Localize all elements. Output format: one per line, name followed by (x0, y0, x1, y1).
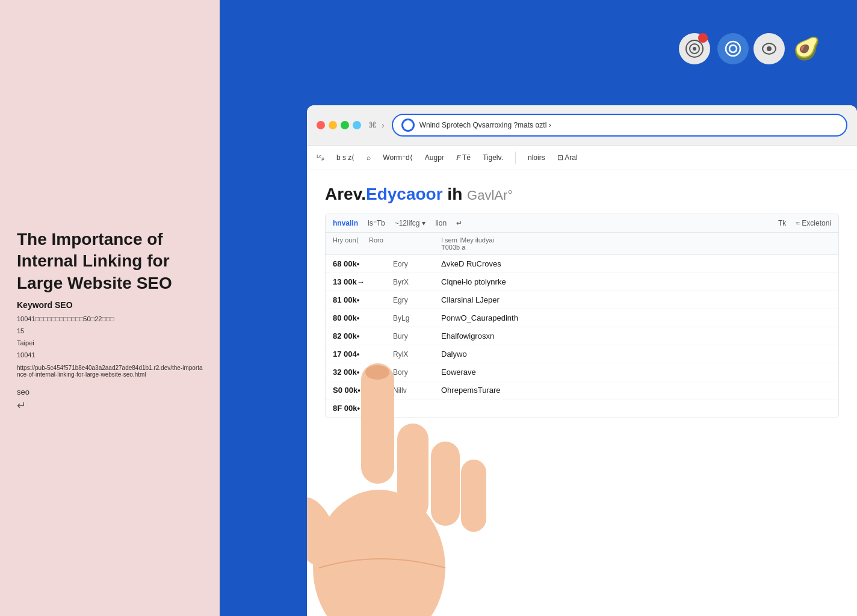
address-text: Wnind Sprotech Qvsarroxing ?mats αztl › (419, 121, 551, 129)
svg-rect-10 (397, 424, 428, 520)
browser-secure-icon (401, 119, 415, 132)
return-icon: ↵ (17, 399, 203, 412)
nav-back-icon[interactable]: ⌘ (368, 120, 377, 130)
browser-window: ⌘ › Wnind Sprotech Qvsarroxing ?mats αzt… (307, 105, 857, 616)
main-area: 🥑 ⌘ › Wnind Sprotech Qvsarroxing ?mats α… (220, 0, 857, 616)
dropdown-arrow: ▾ (422, 219, 425, 227)
top-icons-bar: 🥑 (679, 33, 821, 64)
row-vol: 68 00k• (333, 259, 393, 268)
row-diff: Bory (393, 368, 441, 377)
col-header-6[interactable]: Tk (778, 219, 786, 227)
row-keyword: Eowerave (441, 368, 831, 377)
sidebar-url: https://pub-5c454f571b8e40a3a2aad27ade84… (17, 365, 203, 378)
row-diff: RylX (393, 350, 441, 359)
table-row: 8F 00k• (326, 399, 838, 417)
svg-point-2 (693, 47, 696, 51)
row-diff: ByrX (393, 278, 441, 286)
col-header-4[interactable]: lion (435, 219, 447, 227)
col-header-1[interactable]: hnvalin (333, 219, 358, 227)
meta-line-1: 10041□□□□□□□□□□□□50□22□□□ (17, 313, 203, 325)
row-vol: 13 00k→ (333, 277, 393, 286)
table-row: 68 00k• Eory ΔvkeD RuCroves (326, 255, 838, 273)
domain-suffix: ih (447, 185, 462, 203)
svg-rect-11 (431, 442, 460, 526)
toolbar-item-fte[interactable]: 𝐹 Tē (456, 153, 471, 162)
browser-chrome: ⌘ › Wnind Sprotech Qvsarroxing ?mats αzt… (307, 105, 857, 146)
table-subheader: Hry oun⟨ Roro I sem IMey iludyai T003b a (326, 233, 838, 255)
data-table: hnvalin ls⁻Tb ~12lifcg ▾ lion ↵ Tk ≈ Exc… (325, 214, 839, 417)
row-diff: Bury (393, 332, 441, 340)
browser-icon-2 (717, 33, 749, 64)
minimize-button[interactable] (329, 121, 337, 129)
sidebar-tag: seo (17, 387, 203, 396)
row-vol: 82 00k• (333, 331, 393, 340)
nav-forward-icon[interactable]: › (382, 120, 385, 130)
table-row: 17 004• RylX Dalywo (326, 345, 838, 363)
svg-point-7 (307, 491, 345, 573)
domain-main: Edycaoor (366, 185, 443, 203)
row-vol: 81 00k• (333, 295, 393, 304)
row-vol: 32 00k• (333, 368, 393, 377)
toolbar-item-augpr[interactable]: Augpr (425, 153, 444, 162)
browser-content: Arev.Edycaoor ih GavlAr° hnvalin ls⁻Tb ~… (307, 170, 857, 432)
browser-icon-3 (753, 33, 785, 64)
col-header-7[interactable]: ≈ Excietoni (796, 219, 831, 227)
row-keyword: Cllarsinal LJeper (441, 295, 831, 304)
sub-col-3: I sem IMey iludyai T003b a (441, 236, 513, 251)
toolbar-item-aral[interactable]: ⊡ Aral (557, 153, 578, 162)
table-row: S0 00k• Nillv OhrepemsTurare (326, 381, 838, 399)
col-header-5[interactable]: ↵ (456, 219, 462, 227)
maximize-button[interactable] (341, 121, 349, 129)
row-vol: 8F 00k• (333, 404, 393, 413)
table-row: 82 00k• Bury Ehalfowigrosxn (326, 327, 838, 345)
traffic-lights (317, 121, 361, 129)
table-row: 80 00k• ByLg PonwO_Caurapedinth (326, 309, 838, 327)
toolbar-item-nloirs[interactable]: nloirs (528, 153, 545, 162)
avocado-icon: 🥑 (792, 34, 821, 63)
toolbar-item-worm[interactable]: Worm⁻d⟨ (383, 153, 412, 162)
toolbar-item-tiger[interactable]: Tigelv. (483, 153, 503, 162)
meta-line-3: Taipei (17, 337, 203, 350)
page-domain: Arev.Edycaoor ih GavlAr° (325, 185, 839, 204)
row-keyword: ΔvkeD RuCroves (441, 259, 831, 268)
row-diff: Eory (393, 260, 441, 268)
svg-point-6 (313, 490, 445, 616)
svg-rect-13 (337, 604, 427, 616)
extra-button[interactable] (353, 121, 361, 129)
row-vol: 17 004• (333, 350, 393, 359)
table-row: 81 00k• Egry Cllarsinal LJeper (326, 291, 838, 309)
sidebar-meta: 10041□□□□□□□□□□□□50□22□□□ 15 Taipei 1004… (17, 313, 203, 361)
toolbar-search-icon[interactable]: ⌕ (367, 153, 371, 162)
row-keyword: PonwO_Caurapedinth (441, 313, 831, 322)
domain-prefix: Arev. (325, 185, 366, 203)
col-header-3[interactable]: ~12lifcg ▾ (395, 219, 426, 227)
svg-point-4 (729, 45, 737, 52)
svg-point-5 (767, 46, 772, 51)
toolbar-item-2[interactable]: b s z⟨ (336, 153, 354, 162)
address-bar[interactable]: Wnind Sprotech Qvsarroxing ?mats αztl › (392, 114, 847, 137)
svg-point-3 (726, 42, 740, 56)
row-keyword: Dalywo (441, 350, 831, 359)
browser-icon-2-svg (725, 40, 741, 57)
row-vol: S0 00k• (333, 386, 393, 395)
table-header: hnvalin ls⁻Tb ~12lifcg ▾ lion ↵ Tk ≈ Exc… (326, 214, 838, 233)
table-row: 32 00k• Bory Eowerave (326, 363, 838, 381)
row-diff: Nillv (393, 386, 441, 395)
sidebar: The Importance of Internal Linking for L… (0, 0, 220, 616)
close-button[interactable] (317, 121, 325, 129)
svg-rect-12 (461, 460, 486, 532)
row-keyword: Clqnei-lo ptolynrke (441, 277, 831, 286)
page-title-section: Arev.Edycaoor ih GavlAr° (325, 185, 839, 204)
row-keyword: OhrepemsTurare (441, 386, 831, 395)
toolbar-item-1[interactable]: ᴸᶜᵨ (317, 153, 324, 162)
meta-line-2: 15 (17, 325, 203, 337)
col-header-2[interactable]: ls⁻Tb (368, 219, 385, 227)
page-title: The Importance of Internal Linking for L… (17, 229, 203, 294)
row-diff: ByLg (393, 314, 441, 322)
meta-line-4: 10041 (17, 350, 203, 362)
sub-col-1: Hry oun⟨ (333, 236, 369, 251)
domain-extra: GavlAr° (467, 188, 513, 203)
browser-icon-3-svg (761, 40, 778, 57)
table-row: 13 00k→ ByrX Clqnei-lo ptolynrke (326, 273, 838, 291)
profile-icon-red (698, 33, 708, 43)
